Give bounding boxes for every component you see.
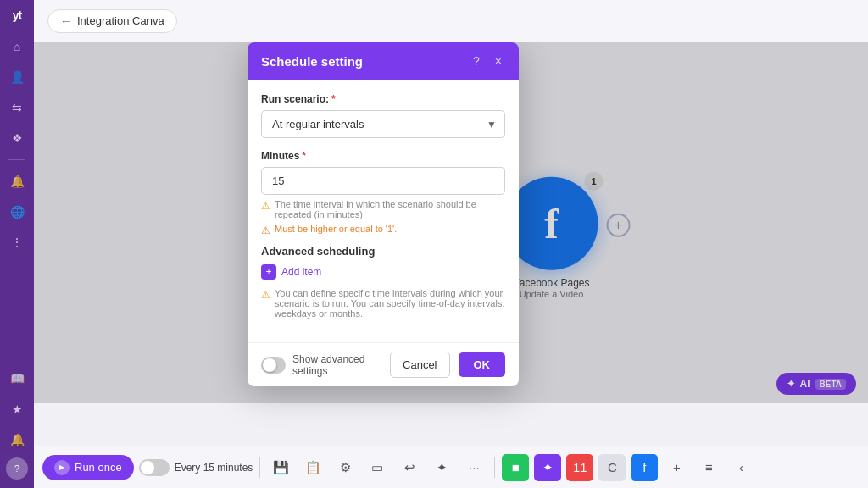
add-item-btn[interactable]: + Add item [261,264,321,280]
run-once-btn[interactable]: ▶ Run once [42,455,134,480]
advanced-settings-toggle[interactable] [261,357,286,374]
hint-icon-1: ⚠ [261,200,270,212]
bottom-toolbar: ▶ Run once Every 15 minutes 💾 📋 ⚙ ▭ ↩ ✦ … [34,446,868,488]
breadcrumb[interactable]: ← Integration Canva [47,9,177,33]
advanced-hint-icon: ⚠ [261,289,270,301]
run-scenario-label: Run scenario: * [261,93,505,105]
sidebar: yt ⌂ 👤 ⇆ ❖ 🔔 🌐 ⋮ 📖 ★ 🔔 ? [0,0,34,488]
toggle-knob [263,358,276,372]
modal-title: Schedule setting [261,54,363,69]
sidebar-separator [8,159,25,160]
run-scenario-select[interactable]: At regular intervals Once Immediately [261,110,505,138]
canvas-area: 6 🕐 ✓ Ca... Export a... 🔧 1 [34,42,868,446]
modal-body: Run scenario: * At regular intervals Onc… [248,80,519,342]
required-star-2: * [302,150,306,162]
run-scenario-wrapper: At regular intervals Once Immediately ▼ [261,110,505,138]
undo-btn[interactable]: ↩ [396,454,423,481]
more-tools-btn[interactable]: ··· [460,454,487,481]
minutes-label: Minutes * [261,150,505,162]
collapse-btn[interactable]: ‹ [727,454,754,481]
star-icon[interactable]: ★ [4,396,30,422]
fb-tool-btn[interactable]: f [631,454,658,481]
avatar[interactable]: ? [6,458,28,480]
breadcrumb-label: Integration Canva [77,14,164,27]
advanced-section-title: Advanced scheduling [261,245,505,258]
modal-close-btn[interactable]: × [492,53,505,69]
hint1: ⚠ The time interval in which the scenari… [261,199,505,219]
users-icon[interactable]: 👤 [4,64,30,90]
modal-overlay: Schedule setting ? × Run scenario: * [34,42,868,403]
modal-footer: Show advanced settings Cancel OK [248,342,519,386]
schedule-pill-knob [141,461,154,474]
modal-header-actions: ? × [470,53,505,69]
play-icon: ▶ [54,460,70,475]
home-icon[interactable]: ⌂ [4,34,30,59]
notes-btn[interactable]: 📋 [299,454,326,481]
run-label: Run once [75,461,122,474]
globe-icon[interactable]: 🌐 [4,199,30,225]
add-module-btn[interactable]: + [663,454,690,481]
advanced-hint: ⚠ You can define specific time intervals… [261,288,505,319]
shape-btn[interactable]: ▭ [364,454,391,481]
magic-btn[interactable]: ✦ [428,454,455,481]
hint-icon-2: ⚠ [261,225,270,236]
toolbar-sep-2 [494,458,495,478]
schedule-pill[interactable] [139,459,170,476]
purple-tool-btn[interactable]: ✦ [534,454,561,481]
puzzle-icon[interactable]: ❖ [4,125,30,151]
green-tool-btn[interactable]: ■ [502,454,529,481]
hint2: ⚠ Must be higher or equal to '1'. [261,224,505,236]
toggle-wrapper: Show advanced settings [261,353,381,377]
schedule-modal: Schedule setting ? × Run scenario: * [248,42,519,386]
settings-btn[interactable]: ⚙ [331,454,359,481]
add-item-icon: + [261,264,276,280]
modal-header: Schedule setting ? × [248,42,519,80]
share-icon[interactable]: ⇆ [4,95,30,120]
required-star-1: * [331,93,336,105]
modal-help-btn[interactable]: ? [470,53,483,69]
topbar: ← Integration Canva [34,0,868,42]
cancel-btn[interactable]: Cancel [390,352,449,378]
bell-icon[interactable]: 🔔 [4,169,30,194]
schedule-toggle: Every 15 minutes [139,459,253,476]
c-tool-btn[interactable]: C [598,454,626,481]
app-logo: yt [13,8,21,22]
show-advanced-label: Show advanced settings [292,353,381,377]
red-tool-btn[interactable]: 11 [566,454,593,481]
more-icon[interactable]: ⋮ [4,230,30,255]
save-btn[interactable]: 💾 [267,454,294,481]
notification-icon[interactable]: 🔔 [4,427,30,452]
list-btn[interactable]: ≡ [695,454,722,481]
ok-btn[interactable]: OK [459,352,506,377]
toolbar-sep-1 [259,458,260,478]
minutes-input[interactable] [261,167,505,195]
main-area: ← Integration Canva 6 🕐 ✓ Ca... Export a… [34,0,868,488]
book-icon[interactable]: 📖 [4,366,30,391]
schedule-label: Every 15 minutes [175,462,253,474]
back-arrow-icon: ← [60,14,72,28]
